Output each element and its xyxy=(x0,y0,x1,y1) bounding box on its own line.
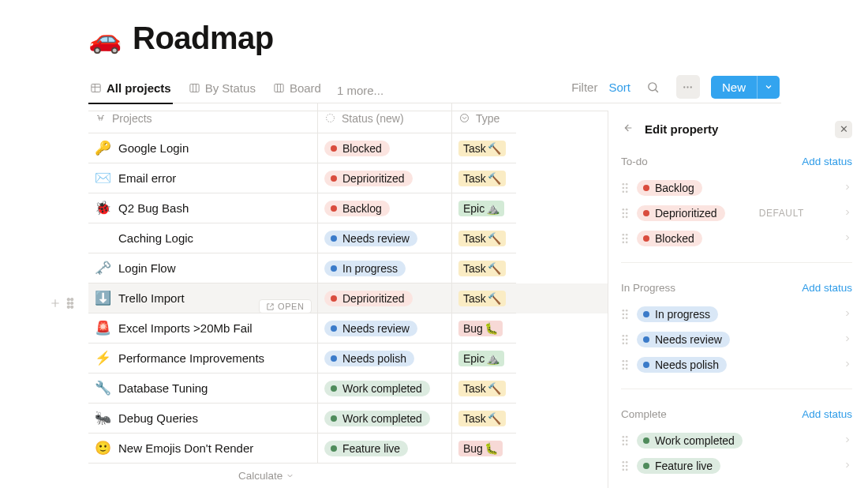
status-option[interactable]: Feature live xyxy=(621,453,852,479)
status-cell[interactable]: Deprioritized xyxy=(317,283,451,313)
svg-point-57 xyxy=(623,461,625,464)
status-cell[interactable]: Feature live xyxy=(317,434,451,464)
drag-handle-icon[interactable] xyxy=(621,460,629,471)
more-icon[interactable] xyxy=(676,75,700,99)
project-cell[interactable]: 🐜 Debug Queries xyxy=(88,404,317,434)
board-icon xyxy=(189,82,200,94)
col-projects[interactable]: Projects xyxy=(88,103,317,133)
new-dropdown[interactable] xyxy=(757,76,780,99)
divider xyxy=(621,262,852,263)
drag-handle-icon[interactable] xyxy=(621,359,629,370)
drag-handle-icon[interactable] xyxy=(621,182,629,193)
type-cell[interactable]: Task🔨 xyxy=(451,133,516,163)
status-cell[interactable]: Backlog xyxy=(317,193,451,223)
svg-point-44 xyxy=(626,343,628,345)
svg-point-22 xyxy=(626,208,628,211)
tabs-more[interactable]: 1 more... xyxy=(337,84,383,97)
search-icon[interactable] xyxy=(642,75,665,99)
status-option[interactable]: Backlog xyxy=(621,175,852,201)
section-name: Complete xyxy=(621,408,667,420)
status-pill: Needs polish xyxy=(637,357,727,373)
svg-point-28 xyxy=(626,234,628,236)
type-cell[interactable]: Task🔨 xyxy=(451,404,516,434)
row-gutter[interactable] xyxy=(49,297,84,310)
status-pill: Blocked xyxy=(637,231,702,246)
project-cell[interactable]: ⚡ Performance Improvements xyxy=(88,343,317,374)
page-title-text[interactable]: Roadmap xyxy=(133,21,274,56)
svg-rect-2 xyxy=(275,84,283,92)
project-name: Excel Imports >20Mb Fail xyxy=(118,321,253,335)
project-cell[interactable]: 🐞 Q2 Bug Bash xyxy=(88,193,317,223)
project-name: Trello Import xyxy=(118,291,185,305)
project-cell[interactable]: 🚨 Excel Imports >20Mb Fail xyxy=(88,313,317,343)
open-page-button[interactable]: OPEN xyxy=(259,299,312,313)
add-status-button[interactable]: Add status xyxy=(802,408,852,420)
col-type[interactable]: Type xyxy=(451,103,516,133)
col-status[interactable]: Status (new) xyxy=(317,103,451,133)
status-cell[interactable]: In progress xyxy=(317,253,451,283)
back-button[interactable] xyxy=(621,122,634,137)
chevron-right-icon xyxy=(843,207,852,220)
add-status-button[interactable]: Add status xyxy=(802,282,852,294)
type-cell[interactable]: Task🔨 xyxy=(451,253,516,283)
status-pill: Blocked xyxy=(324,141,390,156)
status-cell[interactable]: Work completed xyxy=(317,374,451,404)
status-cell[interactable]: Blocked xyxy=(317,133,451,163)
type-cell[interactable]: Task🔨 xyxy=(451,374,516,404)
type-cell[interactable]: Epic⛰️ xyxy=(451,193,516,223)
status-cell[interactable]: Work completed xyxy=(317,404,451,434)
type-cell[interactable]: Epic⛰️ xyxy=(451,343,516,374)
status-option[interactable]: Work completed xyxy=(621,428,852,453)
type-pill: Task🔨 xyxy=(458,381,506,396)
add-status-button[interactable]: Add status xyxy=(802,156,852,167)
drag-handle-icon[interactable] xyxy=(621,233,629,244)
project-cell[interactable]: Caching Logic xyxy=(88,223,317,253)
project-cell[interactable]: 🔧 Database Tuning xyxy=(88,374,317,404)
svg-point-38 xyxy=(626,317,628,320)
status-option[interactable]: Needs polish xyxy=(621,352,852,377)
type-pill: Task🔨 xyxy=(458,141,506,156)
type-cell[interactable]: Bug🐛 xyxy=(451,434,516,464)
status-option[interactable]: In progress xyxy=(621,302,852,327)
status-cell[interactable]: Needs polish xyxy=(317,343,451,374)
status-cell[interactable]: Deprioritized xyxy=(317,163,451,193)
page-icon[interactable]: 🚗 xyxy=(88,25,122,52)
type-cell[interactable]: Task🔨 xyxy=(451,223,516,253)
drag-handle-icon[interactable] xyxy=(621,208,629,219)
board-icon xyxy=(273,82,285,94)
svg-point-48 xyxy=(626,364,628,366)
row-icon: 🐞 xyxy=(95,200,110,216)
status-option[interactable]: Blocked xyxy=(621,226,852,251)
project-cell[interactable]: 🔑 Google Login xyxy=(88,133,317,163)
svg-point-35 xyxy=(623,313,625,316)
tab-board[interactable]: Board xyxy=(271,78,323,103)
tab-all-projects[interactable]: All projects xyxy=(88,78,173,104)
row-icon: 🙂 xyxy=(95,440,110,456)
project-cell[interactable]: 🗝️ Login Flow xyxy=(88,253,317,283)
drag-handle-icon[interactable] xyxy=(66,298,74,309)
svg-point-39 xyxy=(623,335,625,337)
row-icon: 🐜 xyxy=(95,410,110,426)
status-pill: Needs review xyxy=(637,332,730,347)
status-section: Complete Add status Work completed Featu… xyxy=(621,408,852,479)
close-button[interactable]: ✕ xyxy=(835,121,852,138)
type-cell[interactable]: Task🔨 xyxy=(451,283,516,313)
project-cell[interactable]: ✉️ Email error xyxy=(88,163,317,193)
status-cell[interactable]: Needs review xyxy=(317,223,451,253)
status-option[interactable]: Deprioritized DEFAULT xyxy=(621,201,852,226)
project-name: New Emojis Don't Render xyxy=(118,441,253,455)
drag-handle-icon[interactable] xyxy=(621,435,629,446)
status-option[interactable]: Needs review xyxy=(621,327,852,352)
tab-by-status[interactable]: By Status xyxy=(187,78,257,103)
filter-button[interactable]: Filter xyxy=(571,81,597,94)
status-cell[interactable]: Needs review xyxy=(317,313,451,343)
drag-handle-icon[interactable] xyxy=(621,334,629,345)
type-cell[interactable]: Bug🐛 xyxy=(451,313,516,343)
project-cell[interactable]: 🙂 New Emojis Don't Render xyxy=(88,434,317,464)
type-cell[interactable]: Task🔨 xyxy=(451,163,516,193)
drag-handle-icon[interactable] xyxy=(621,309,629,320)
project-name: Email error xyxy=(118,171,176,185)
svg-point-31 xyxy=(623,242,625,244)
new-button[interactable]: New xyxy=(711,76,757,99)
sort-button[interactable]: Sort xyxy=(608,81,630,94)
